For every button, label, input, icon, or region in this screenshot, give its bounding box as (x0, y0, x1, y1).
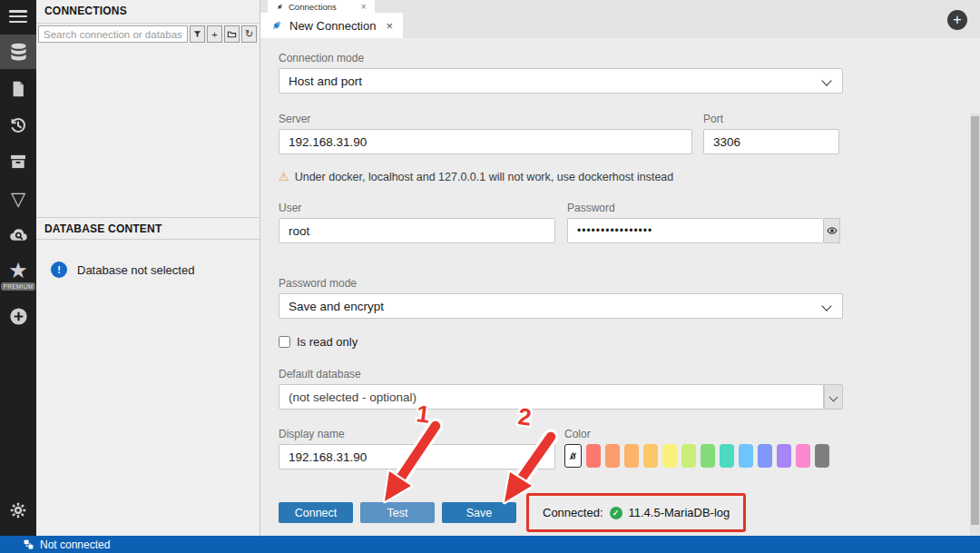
color-swatch[interactable] (796, 444, 810, 468)
sidebar-item-cloud-search[interactable] (0, 218, 36, 251)
network-icon (23, 538, 34, 550)
tab-group-connections[interactable]: Connections × (268, 0, 375, 13)
menu-button[interactable] (0, 2, 36, 31)
settings-button[interactable] (0, 494, 36, 527)
filter-button[interactable] (190, 25, 205, 43)
connection-mode-value: Host and port (289, 74, 362, 88)
file-icon (9, 80, 27, 98)
color-swatch[interactable] (720, 444, 734, 468)
connections-list[interactable] (36, 44, 260, 217)
user-input[interactable] (279, 218, 555, 243)
connection-form: Connection mode Host and port Server Por… (260, 38, 980, 536)
docker-warning: ⚠ Under docker, localhost and 127.0.0.1 … (279, 170, 980, 183)
database-empty-state: ! Database not selected (36, 240, 260, 278)
show-password-button[interactable] (824, 218, 840, 243)
default-database-dropdown-button[interactable] (824, 384, 843, 410)
color-swatch[interactable] (739, 444, 753, 468)
connections-header: CONNECTIONS (36, 0, 260, 24)
archive-icon (9, 153, 27, 171)
default-database-label: Default database (279, 368, 980, 380)
color-swatch[interactable] (643, 444, 658, 468)
no-color-icon (568, 451, 578, 461)
test-button[interactable]: Test (360, 502, 435, 523)
port-label: Port (703, 113, 839, 125)
color-swatch[interactable] (681, 444, 696, 468)
sidebar-item-premium[interactable]: ★ PREMIUM (0, 254, 36, 296)
vertical-scrollbar[interactable] (970, 114, 980, 536)
connections-title: CONNECTIONS (44, 5, 127, 17)
color-swatch[interactable] (815, 444, 829, 468)
color-swatch[interactable] (777, 444, 791, 468)
folder-button[interactable] (224, 25, 240, 43)
default-database-value: (not selected - optional) (289, 390, 416, 404)
server-input[interactable] (279, 129, 692, 154)
plug-icon (276, 3, 284, 11)
funnel-icon (193, 30, 201, 38)
color-swatch[interactable] (701, 444, 715, 468)
database-empty-message: Database not selected (77, 263, 194, 277)
cloud-search-icon (8, 224, 29, 245)
refresh-icon: ↻ (245, 28, 253, 40)
refresh-button[interactable]: ↻ (241, 25, 257, 43)
main-area: Connections × New Connection × + Connect… (260, 0, 980, 536)
color-swatch[interactable] (605, 444, 620, 468)
password-input[interactable] (567, 218, 824, 243)
display-name-label: Display name (279, 428, 555, 440)
server-version: 11.4.5-MariaDB-log (629, 506, 730, 519)
color-swatch[interactable] (586, 444, 601, 468)
premium-badge: PREMIUM (1, 282, 36, 291)
status-text: Not connected (40, 538, 110, 551)
display-name-input[interactable] (279, 444, 555, 469)
user-label: User (279, 202, 555, 214)
gear-icon (8, 500, 28, 520)
star-icon: ★ (8, 260, 28, 281)
color-swatch[interactable] (624, 444, 639, 468)
no-color-button[interactable] (564, 444, 582, 468)
tab-row: New Connection × (260, 13, 980, 38)
sidebar-item-connections[interactable] (0, 35, 36, 69)
sidebar-item-files[interactable] (0, 73, 36, 105)
color-label: Color (564, 428, 829, 440)
password-mode-label: Password mode (279, 277, 980, 290)
default-database-select[interactable]: (not selected - optional) (279, 384, 824, 410)
sidebar-item-filters[interactable]: ▽ (0, 182, 36, 214)
filter-triangle-icon: ▽ (11, 189, 25, 208)
plus-circle-icon (8, 306, 29, 327)
port-input[interactable] (703, 129, 839, 154)
connected-prefix: Connected: (543, 506, 603, 519)
add-connection-button[interactable]: + (207, 25, 222, 43)
plus-icon: + (211, 29, 217, 40)
read-only-checkbox[interactable] (279, 336, 290, 348)
sidebar-item-history[interactable] (0, 109, 36, 142)
save-button[interactable]: Save (442, 502, 516, 523)
color-swatch[interactable] (662, 444, 677, 468)
folder-icon (227, 29, 237, 39)
read-only-label: Is read only (297, 335, 358, 349)
password-mode-select[interactable]: Save and encrypt (279, 293, 843, 319)
tab-label: New Connection (289, 19, 376, 33)
status-bar: Not connected (0, 536, 980, 553)
color-swatch[interactable] (758, 444, 772, 468)
docker-warning-text: Under docker, localhost and 127.0.0.1 wi… (295, 171, 674, 183)
left-panel: CONNECTIONS + ↻ DATABASE CONTENT ! Datab… (36, 0, 260, 536)
check-icon: ✓ (610, 507, 622, 519)
connection-status-highlight: Connected: ✓ 11.4.5-MariaDB-log (526, 493, 746, 532)
password-mode-value: Save and encrypt (289, 300, 384, 313)
tab-new-connection[interactable]: New Connection × (260, 13, 403, 38)
hamburger-icon (9, 10, 27, 23)
info-icon: ! (51, 262, 67, 278)
scrollbar-thumb[interactable] (971, 116, 979, 525)
plug-icon (270, 19, 283, 32)
close-icon[interactable]: × (386, 19, 393, 33)
close-icon[interactable]: × (361, 2, 367, 12)
new-tab-button[interactable]: + (947, 10, 967, 30)
sidebar-item-add[interactable] (0, 300, 36, 332)
sidebar-item-archive[interactable] (0, 145, 36, 178)
history-icon (8, 115, 28, 135)
database-content-header: DATABASE CONTENT (36, 217, 260, 240)
connection-mode-select[interactable]: Host and port (279, 68, 843, 94)
search-input[interactable] (38, 25, 188, 43)
connect-button[interactable]: Connect (279, 502, 353, 523)
server-label: Server (279, 113, 692, 125)
database-content-title: DATABASE CONTENT (44, 222, 162, 235)
